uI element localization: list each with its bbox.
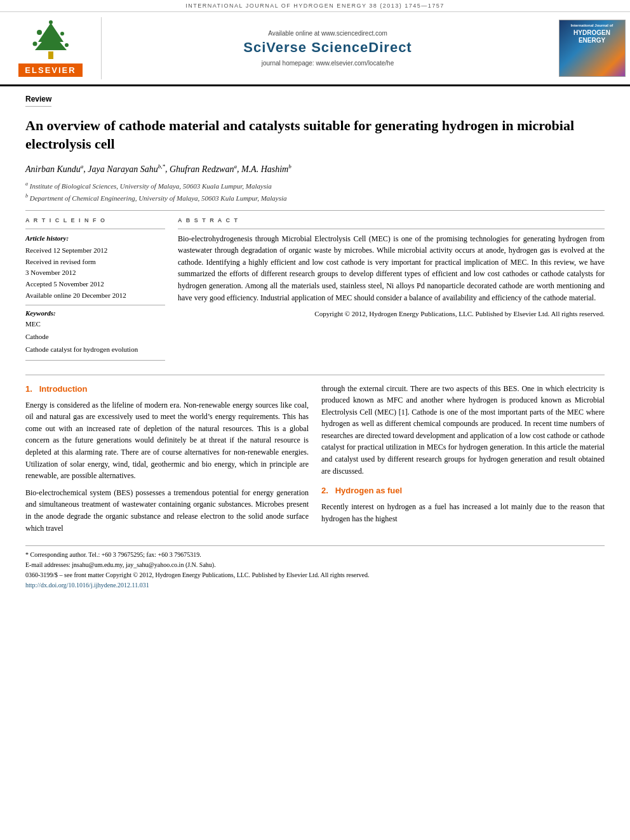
journal-middle: Available online at www.sciencedirect.co… — [102, 17, 554, 79]
keyword-3: Cathode catalyst for hydrogen evolution — [25, 343, 165, 356]
article-history: Article history: Received 12 September 2… — [25, 233, 165, 302]
keywords-label: Keywords: — [25, 309, 165, 317]
body-col-right: through the external circuit. There are … — [321, 383, 605, 540]
footnote-section: * Corresponding author. Tel.: +60 3 7967… — [25, 545, 605, 590]
available-online-text: Available online at www.sciencedirect.co… — [268, 30, 387, 37]
journal-header: INTERNATIONAL JOURNAL OF HYDROGEN ENERGY… — [0, 0, 630, 12]
history-label: Article history: — [25, 233, 165, 244]
affiliation-a-text: Institute of Biological Sciences, Univer… — [30, 182, 272, 190]
elsevier-brand-label: ELSEVIER — [18, 63, 82, 77]
svg-point-6 — [65, 43, 69, 47]
article-info-rule — [25, 229, 165, 229]
abstract-rule — [178, 229, 605, 229]
revised-date: 3 November 2012 — [25, 269, 76, 276]
journal-cover: International Journal of HYDROGENENERGY — [554, 17, 630, 79]
abstract-copyright: Copyright © 2012, Hydrogen Energy Public… — [178, 309, 605, 319]
body-col-left: 1. Introduction Energy is considered as … — [25, 383, 309, 540]
keywords-bottom-rule — [25, 360, 165, 361]
affiliation-a: a Institute of Biological Sciences, Univ… — [25, 180, 605, 191]
svg-rect-0 — [48, 51, 53, 59]
sciverse-title: SciVerse ScienceDirect — [243, 39, 412, 56]
svg-point-5 — [32, 42, 37, 46]
paper-title: An overview of cathode material and cata… — [25, 117, 605, 153]
elsevier-logo: ELSEVIER — [0, 17, 102, 79]
svg-point-4 — [60, 32, 64, 36]
svg-point-7 — [49, 20, 53, 24]
paper-content: Review An overview of cathode material a… — [0, 86, 630, 603]
section1-number: 1. — [25, 384, 32, 394]
accepted-date: Accepted 5 November 2012 — [25, 280, 104, 288]
top-section: ELSEVIER Available online at www.science… — [0, 12, 630, 86]
elsevier-tree-icon — [25, 20, 76, 61]
revised-label: Received in revised form — [25, 258, 96, 265]
article-keywords-rule — [25, 305, 165, 305]
section1-para2: Bio-electrochemical system (BES) possess… — [25, 487, 309, 534]
section1-para1: Energy is considered as the lifeline of … — [25, 399, 309, 482]
journal-cover-image: International Journal of HYDROGENENERGY — [559, 20, 626, 77]
divider-1 — [25, 210, 605, 211]
svg-point-3 — [37, 30, 42, 35]
sciverse-part1: SciVerse — [243, 39, 311, 55]
body-cols: 1. Introduction Energy is considered as … — [25, 375, 605, 540]
sciverse-part2: ScienceDirect — [311, 39, 412, 55]
section2-para1: Recently interest on hydrogen as a fuel … — [321, 501, 605, 524]
section1-heading: 1. Introduction — [25, 383, 309, 396]
affiliation-b-text: Department of Chemical Engineering, Univ… — [30, 194, 287, 202]
section2-title: Hydrogen as fuel — [335, 486, 402, 495]
issn-footnote: 0360-3199/$ – see front matter Copyright… — [25, 570, 605, 580]
affiliation-b: b Department of Chemical Engineering, Un… — [25, 192, 605, 203]
authors: Anirban Kundua, Jaya Narayan Sahub,*, Gh… — [25, 162, 605, 177]
email-footnote: E-mail addresses: jnsahu@um.edu.my, jay_… — [25, 560, 605, 570]
journal-homepage: journal homepage: www.elsevier.com/locat… — [262, 60, 394, 67]
article-info-label: A R T I C L E I N F O — [25, 217, 165, 223]
corresponding-footnote: * Corresponding author. Tel.: +60 3 7967… — [25, 550, 605, 560]
abstract-col: A B S T R A C T Bio-electrohydrogenesis … — [178, 217, 605, 364]
keywords-list: MEC Cathode Cathode catalyst for hydroge… — [25, 318, 165, 356]
keyword-1: MEC — [25, 318, 165, 331]
received-date: Received 12 September 2012 — [25, 246, 107, 254]
abstract-text: Bio-electrohydrogenesis through Microbia… — [178, 233, 605, 304]
cover-hydrogen-text: HYDROGENENERGY — [573, 29, 610, 44]
section1-title: Introduction — [39, 384, 88, 394]
section1-right-para1: through the external circuit. There are … — [321, 383, 605, 477]
review-label: Review — [25, 95, 51, 107]
section2-number: 2. — [321, 486, 328, 495]
info-abstract-cols: A R T I C L E I N F O Article history: R… — [25, 217, 605, 364]
article-info-col: A R T I C L E I N F O Article history: R… — [25, 217, 165, 364]
doi-footnote: http://dx.doi.org/10.1016/j.ijhydene.201… — [25, 580, 605, 590]
homepage-text: journal homepage: www.elsevier.com/locat… — [262, 60, 394, 67]
abstract-label: A B S T R A C T — [178, 217, 605, 223]
available-date: Available online 20 December 2012 — [25, 291, 126, 299]
journal-header-text: INTERNATIONAL JOURNAL OF HYDROGEN ENERGY… — [185, 3, 445, 9]
section2-heading: 2. Hydrogen as fuel — [321, 484, 605, 497]
keyword-2: Cathode — [25, 331, 165, 343]
cover-top-text: International Journal of — [571, 23, 613, 28]
